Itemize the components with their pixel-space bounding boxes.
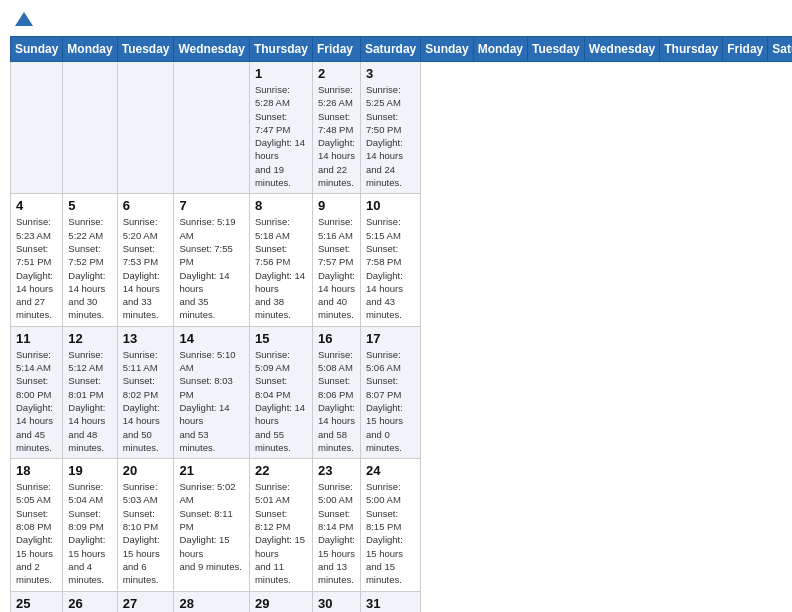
day-cell: 7Sunrise: 5:19 AM Sunset: 7:55 PM Daylig… [174, 194, 249, 326]
col-header-thursday: Thursday [249, 37, 312, 62]
week-row-1: 1Sunrise: 5:28 AM Sunset: 7:47 PM Daylig… [11, 62, 793, 194]
day-info: Sunrise: 5:15 AM Sunset: 7:58 PM Dayligh… [366, 215, 415, 321]
day-number: 5 [68, 198, 111, 213]
day-number: 28 [179, 596, 243, 611]
week-row-5: 25Sunrise: 4:59 AM Sunset: 8:16 PM Dayli… [11, 591, 793, 612]
day-cell: 27Sunrise: 4:57 AM Sunset: 8:18 PM Dayli… [117, 591, 174, 612]
logo-icon [15, 10, 33, 28]
day-cell: 31Sunrise: 4:54 AM Sunset: 8:22 PM Dayli… [360, 591, 420, 612]
col-header-saturday: Saturday [360, 37, 420, 62]
day-cell [63, 62, 117, 194]
day-cell: 20Sunrise: 5:03 AM Sunset: 8:10 PM Dayli… [117, 459, 174, 591]
day-number: 19 [68, 463, 111, 478]
col-header-saturday: Saturday [768, 37, 792, 62]
day-number: 25 [16, 596, 57, 611]
day-number: 4 [16, 198, 57, 213]
day-info: Sunrise: 5:08 AM Sunset: 8:06 PM Dayligh… [318, 348, 355, 454]
day-number: 21 [179, 463, 243, 478]
day-number: 9 [318, 198, 355, 213]
day-info: Sunrise: 5:28 AM Sunset: 7:47 PM Dayligh… [255, 83, 307, 189]
day-info: Sunrise: 5:19 AM Sunset: 7:55 PM Dayligh… [179, 215, 243, 321]
day-cell: 25Sunrise: 4:59 AM Sunset: 8:16 PM Dayli… [11, 591, 63, 612]
day-info: Sunrise: 5:18 AM Sunset: 7:56 PM Dayligh… [255, 215, 307, 321]
col-header-friday: Friday [723, 37, 768, 62]
day-info: Sunrise: 5:22 AM Sunset: 7:52 PM Dayligh… [68, 215, 111, 321]
day-cell: 18Sunrise: 5:05 AM Sunset: 8:08 PM Dayli… [11, 459, 63, 591]
col-header-tuesday: Tuesday [117, 37, 174, 62]
day-cell: 13Sunrise: 5:11 AM Sunset: 8:02 PM Dayli… [117, 326, 174, 458]
day-number: 2 [318, 66, 355, 81]
day-cell: 23Sunrise: 5:00 AM Sunset: 8:14 PM Dayli… [312, 459, 360, 591]
day-info: Sunrise: 5:06 AM Sunset: 8:07 PM Dayligh… [366, 348, 415, 454]
week-row-4: 18Sunrise: 5:05 AM Sunset: 8:08 PM Dayli… [11, 459, 793, 591]
week-row-3: 11Sunrise: 5:14 AM Sunset: 8:00 PM Dayli… [11, 326, 793, 458]
col-header-wednesday: Wednesday [584, 37, 659, 62]
day-cell: 22Sunrise: 5:01 AM Sunset: 8:12 PM Dayli… [249, 459, 312, 591]
day-cell: 21Sunrise: 5:02 AM Sunset: 8:11 PM Dayli… [174, 459, 249, 591]
day-number: 3 [366, 66, 415, 81]
day-number: 7 [179, 198, 243, 213]
col-header-sunday: Sunday [11, 37, 63, 62]
day-cell: 9Sunrise: 5:16 AM Sunset: 7:57 PM Daylig… [312, 194, 360, 326]
day-info: Sunrise: 5:05 AM Sunset: 8:08 PM Dayligh… [16, 480, 57, 586]
day-cell: 2Sunrise: 5:26 AM Sunset: 7:48 PM Daylig… [312, 62, 360, 194]
day-info: Sunrise: 5:20 AM Sunset: 7:53 PM Dayligh… [123, 215, 169, 321]
day-cell: 24Sunrise: 5:00 AM Sunset: 8:15 PM Dayli… [360, 459, 420, 591]
day-cell: 14Sunrise: 5:10 AM Sunset: 8:03 PM Dayli… [174, 326, 249, 458]
logo [14, 10, 33, 28]
day-number: 20 [123, 463, 169, 478]
day-number: 10 [366, 198, 415, 213]
day-cell: 15Sunrise: 5:09 AM Sunset: 8:04 PM Dayli… [249, 326, 312, 458]
day-cell: 19Sunrise: 5:04 AM Sunset: 8:09 PM Dayli… [63, 459, 117, 591]
day-cell: 16Sunrise: 5:08 AM Sunset: 8:06 PM Dayli… [312, 326, 360, 458]
col-header-thursday: Thursday [660, 37, 723, 62]
day-cell: 29Sunrise: 4:56 AM Sunset: 8:20 PM Dayli… [249, 591, 312, 612]
col-header-sunday: Sunday [421, 37, 473, 62]
day-info: Sunrise: 5:01 AM Sunset: 8:12 PM Dayligh… [255, 480, 307, 586]
col-header-tuesday: Tuesday [527, 37, 584, 62]
header-row: SundayMondayTuesdayWednesdayThursdayFrid… [11, 37, 793, 62]
col-header-wednesday: Wednesday [174, 37, 249, 62]
day-cell: 3Sunrise: 5:25 AM Sunset: 7:50 PM Daylig… [360, 62, 420, 194]
day-info: Sunrise: 5:00 AM Sunset: 8:14 PM Dayligh… [318, 480, 355, 586]
day-cell: 17Sunrise: 5:06 AM Sunset: 8:07 PM Dayli… [360, 326, 420, 458]
day-number: 18 [16, 463, 57, 478]
day-info: Sunrise: 5:25 AM Sunset: 7:50 PM Dayligh… [366, 83, 415, 189]
day-number: 17 [366, 331, 415, 346]
day-number: 8 [255, 198, 307, 213]
col-header-monday: Monday [473, 37, 527, 62]
svg-marker-0 [15, 12, 33, 26]
col-header-monday: Monday [63, 37, 117, 62]
day-number: 12 [68, 331, 111, 346]
day-cell: 12Sunrise: 5:12 AM Sunset: 8:01 PM Dayli… [63, 326, 117, 458]
week-row-2: 4Sunrise: 5:23 AM Sunset: 7:51 PM Daylig… [11, 194, 793, 326]
day-cell [174, 62, 249, 194]
day-number: 1 [255, 66, 307, 81]
day-cell: 8Sunrise: 5:18 AM Sunset: 7:56 PM Daylig… [249, 194, 312, 326]
day-info: Sunrise: 5:26 AM Sunset: 7:48 PM Dayligh… [318, 83, 355, 189]
day-number: 29 [255, 596, 307, 611]
day-cell: 28Sunrise: 4:56 AM Sunset: 8:19 PM Dayli… [174, 591, 249, 612]
day-number: 22 [255, 463, 307, 478]
day-number: 15 [255, 331, 307, 346]
day-number: 30 [318, 596, 355, 611]
day-cell: 30Sunrise: 4:55 AM Sunset: 8:21 PM Dayli… [312, 591, 360, 612]
page-header [10, 10, 782, 28]
day-cell: 4Sunrise: 5:23 AM Sunset: 7:51 PM Daylig… [11, 194, 63, 326]
day-info: Sunrise: 5:14 AM Sunset: 8:00 PM Dayligh… [16, 348, 57, 454]
day-info: Sunrise: 5:11 AM Sunset: 8:02 PM Dayligh… [123, 348, 169, 454]
day-cell: 11Sunrise: 5:14 AM Sunset: 8:00 PM Dayli… [11, 326, 63, 458]
day-cell: 5Sunrise: 5:22 AM Sunset: 7:52 PM Daylig… [63, 194, 117, 326]
day-cell [117, 62, 174, 194]
day-number: 11 [16, 331, 57, 346]
day-number: 27 [123, 596, 169, 611]
day-info: Sunrise: 5:09 AM Sunset: 8:04 PM Dayligh… [255, 348, 307, 454]
day-number: 31 [366, 596, 415, 611]
day-info: Sunrise: 5:10 AM Sunset: 8:03 PM Dayligh… [179, 348, 243, 454]
day-info: Sunrise: 5:02 AM Sunset: 8:11 PM Dayligh… [179, 480, 243, 573]
col-header-friday: Friday [312, 37, 360, 62]
day-number: 6 [123, 198, 169, 213]
day-cell: 6Sunrise: 5:20 AM Sunset: 7:53 PM Daylig… [117, 194, 174, 326]
day-number: 16 [318, 331, 355, 346]
day-cell: 26Sunrise: 4:58 AM Sunset: 8:17 PM Dayli… [63, 591, 117, 612]
